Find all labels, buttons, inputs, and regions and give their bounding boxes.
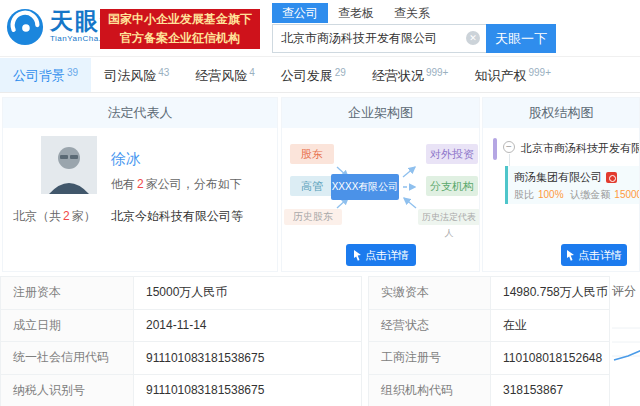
tab-label: 司法风险: [104, 68, 156, 83]
search-tab-company[interactable]: 查公司: [272, 3, 328, 23]
badge-line1: 国家中小企业发展基金旗下: [100, 10, 260, 29]
tab-judicial-risk[interactable]: 司法风险43: [91, 58, 182, 92]
desc-prefix: 他有: [111, 177, 135, 191]
tab-count: 43: [158, 67, 169, 78]
tab-label: 公司背景: [13, 68, 65, 83]
tab-operation-risk[interactable]: 经营风险4: [182, 58, 268, 92]
page-header: 天眼查 TianYanCha.com 国家中小企业发展基金旗下 官方备案企业征信…: [0, 0, 640, 57]
region-suffix: 家）: [72, 209, 96, 223]
tab-intellectual-property[interactable]: 知识产权999+: [461, 58, 564, 92]
legal-rep-region: 北京（共2家）: [13, 208, 96, 225]
node-shareholders[interactable]: 股东: [290, 144, 334, 164]
search-tab-boss[interactable]: 查老板: [328, 3, 384, 23]
structure-detail-button[interactable]: 点击详情: [346, 244, 416, 266]
info-value: 2014-11-14: [134, 310, 362, 343]
region-count: 2: [61, 209, 72, 223]
tab-count: 39: [67, 67, 78, 78]
tab-label: 公司发展: [281, 68, 333, 83]
panel-title: 企业架构图: [282, 98, 479, 128]
legal-rep-description: 他有2家公司，分布如下: [111, 176, 242, 193]
node-branches[interactable]: 分支机构: [426, 176, 478, 196]
person-silhouette-icon: [41, 136, 97, 194]
enterprise-structure-panel: 企业架构图 股东 高管 历史股东 XXXX有限公司 对外投资 分支机构 历史法定…: [281, 97, 480, 272]
search-button[interactable]: 天眼一下: [486, 24, 556, 53]
node-center-company[interactable]: XXXX有限公司: [331, 174, 399, 200]
tab-operation-status[interactable]: 经营状况999+: [359, 58, 462, 92]
click-cursor-icon: [566, 250, 575, 261]
search-tabs: 查公司 查老板 查关系: [272, 3, 440, 23]
tab-label: 知识产权: [474, 68, 526, 83]
tab-count: 999+: [426, 67, 449, 78]
badge-line2: 官方备案企业征信机构: [100, 29, 260, 48]
ratio-value: 100%: [538, 189, 564, 200]
region-prefix: 北京（共: [13, 209, 61, 223]
company-info-table-right: 实缴资本 14980.758万人民币 经营状态 在业 工商注册号 1101080…: [368, 276, 610, 406]
tab-company-background[interactable]: 公司背景39: [0, 58, 91, 92]
node-executives[interactable]: 高管: [290, 176, 334, 196]
info-label: 注册资本: [1, 277, 134, 310]
info-value: 911101083181538675: [134, 375, 362, 406]
amount-label: 认缴金额: [570, 189, 610, 200]
info-label: 纳税人识别号: [1, 375, 134, 406]
legal-rep-other-company[interactable]: 北京今始科技有限公司等: [111, 208, 243, 225]
legal-representative-panel: 法定代表人 徐冰 他有2家公司，分布如下 北京（共2家） 北京今始科技有限公司等: [2, 97, 278, 272]
info-value: 318153867: [491, 375, 610, 406]
panel-title: 股权结构图: [483, 98, 639, 128]
clear-input-icon[interactable]: ✕: [466, 31, 480, 45]
search-tab-relation[interactable]: 查关系: [384, 3, 440, 23]
tab-label: 经营风险: [195, 68, 247, 83]
ratio-label: 股比: [514, 189, 534, 200]
info-label: 统一社会信用代码: [1, 342, 134, 375]
equity-detail-button[interactable]: 点击详情: [561, 244, 627, 266]
node-outbound-investment[interactable]: 对外投资: [426, 144, 478, 164]
click-cursor-icon: [353, 250, 362, 261]
tab-count: 4: [249, 67, 255, 78]
equity-structure-panel: 股权结构图 − 北京市商汤科技开发有限公司 商汤集团有限公司 股比100% 认缴…: [482, 97, 640, 272]
info-label: 实缴资本: [369, 277, 491, 310]
collapse-icon[interactable]: −: [503, 141, 515, 153]
shareholder-name: 商汤集团有限公司: [514, 170, 602, 185]
company-count: 2: [135, 177, 146, 191]
info-label: 组织机构代码: [369, 375, 491, 406]
structure-diagram: 股东 高管 历史股东 XXXX有限公司 对外投资 分支机构 历史法定代表人 点击…: [282, 128, 479, 272]
info-label: 成立日期: [1, 310, 134, 343]
official-credit-badge: 国家中小企业发展基金旗下 官方备案企业征信机构: [100, 9, 260, 49]
amount-value: 15000万: [614, 189, 640, 200]
equity-root-company[interactable]: 北京市商汤科技开发有限公司: [521, 141, 640, 156]
score-widget[interactable]: 评分: [612, 283, 640, 372]
shareholder-logo-icon: [606, 172, 617, 183]
info-value: 911101083181538675: [134, 342, 362, 375]
tab-company-development[interactable]: 公司发展29: [268, 58, 359, 92]
company-info-table-left: 注册资本 15000万人民币 成立日期 2014-11-14 统一社会信用代码 …: [0, 276, 362, 406]
detail-button-label: 点击详情: [365, 248, 409, 263]
score-trend-chart: [612, 314, 640, 369]
tab-count: 999+: [528, 67, 551, 78]
tab-label: 经营状况: [372, 68, 424, 83]
info-label: 经营状态: [369, 310, 491, 343]
info-value: 110108018152648: [491, 342, 610, 375]
desc-suffix: 家公司，分布如下: [146, 177, 242, 191]
score-label: 评分: [612, 283, 640, 300]
node-history-legal-rep[interactable]: 历史法定代表人: [418, 209, 480, 225]
info-value: 14980.758万人民币: [491, 277, 610, 310]
detail-button-label: 点击详情: [578, 248, 622, 263]
tab-count: 29: [335, 67, 346, 78]
tianyancha-eye-icon: [6, 8, 44, 49]
tree-accent-bar: [493, 138, 497, 160]
search-input[interactable]: [272, 24, 486, 53]
panel-title: 法定代表人: [3, 98, 277, 128]
info-value: 15000万人民币: [134, 277, 362, 310]
equity-tree: − 北京市商汤科技开发有限公司 商汤集团有限公司 股比100% 认缴金额1500…: [483, 128, 639, 272]
legal-representative-body: 徐冰 他有2家公司，分布如下 北京（共2家） 北京今始科技有限公司等: [3, 128, 277, 272]
legal-rep-name[interactable]: 徐冰: [111, 150, 141, 169]
info-label: 工商注册号: [369, 342, 491, 375]
info-value: 在业: [491, 310, 610, 343]
node-history-shareholders[interactable]: 历史股东: [284, 209, 342, 225]
company-nav-tabs: 公司背景39 司法风险43 经营风险4 公司发展29 经营状况999+ 知识产权…: [0, 58, 640, 93]
tree-connector: [509, 154, 510, 166]
legal-rep-photo[interactable]: [41, 136, 97, 194]
shareholder-card[interactable]: 商汤集团有限公司 股比100% 认缴金额15000万: [505, 166, 640, 204]
